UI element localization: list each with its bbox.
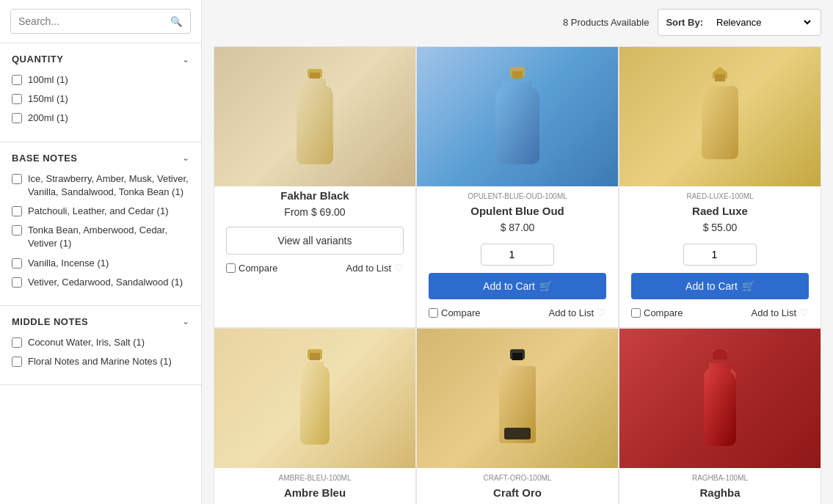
filter-checkbox-middle-notes-1[interactable] (12, 357, 22, 367)
product-card-ambre: AMBRE-BLEU-100MLAmbre Bleu$ 93.00Compare… (214, 328, 416, 504)
compare-label-fakhar: Compare (239, 263, 277, 274)
qty-input-opulent[interactable] (481, 244, 554, 266)
svg-rect-1 (310, 73, 320, 78)
filter-header-base-notes[interactable]: BASE NOTES⌄ (12, 153, 189, 164)
product-card-raed: RAED-LUXE-100MLRaed Luxe$ 55.00Add to Ca… (619, 46, 821, 328)
product-price-raed: $ 55.00 (619, 220, 821, 239)
filter-label-base-notes-4: Vetiver, Cedarwood, Sandalwood (1) (28, 276, 183, 289)
product-image-opulent (417, 47, 618, 186)
product-name-raghba: Raghba (619, 483, 821, 502)
add-to-list-button-opulent[interactable]: Add to List ♡ (549, 307, 606, 318)
cart-icon-opulent: 🛒 (539, 280, 552, 292)
chevron-icon-middle-notes: ⌄ (182, 316, 189, 326)
product-price-fakhar: From $ 69.00 (214, 205, 415, 224)
product-name-ambre: Ambre Bleu (214, 483, 415, 502)
compare-container-raed: Compare (631, 307, 683, 318)
add-to-cart-label-opulent: Add to Cart (483, 280, 535, 292)
filter-section-middle-notes: MIDDLE NOTES⌄Coconut Water, Iris, Salt (… (0, 306, 201, 385)
filter-checkbox-base-notes-2[interactable] (12, 225, 22, 235)
product-image-placeholder-raghba (619, 329, 821, 468)
filter-section-base-notes: BASE NOTES⌄Ice, Strawberry, Amber, Musk,… (0, 142, 201, 306)
compare-checkbox-raed[interactable] (631, 308, 641, 318)
svg-rect-10 (512, 353, 523, 360)
filter-checkbox-quantity-1[interactable] (12, 94, 22, 104)
filters-container: QUANTITY⌄100ml (1)150ml (1)200ml (1)BASE… (0, 43, 201, 385)
product-image-fakhar (214, 47, 415, 186)
filter-option-base-notes-1: Patchouli, Leather, and Cedar (1) (12, 205, 189, 218)
qty-container-raed (619, 239, 821, 270)
product-name-opulent: Opulent Blue Oud (417, 202, 618, 220)
compare-checkbox-opulent[interactable] (429, 308, 438, 318)
filter-option-quantity-0: 100ml (1) (12, 73, 189, 87)
compare-checkbox-fakhar[interactable] (226, 263, 236, 273)
filter-header-middle-notes[interactable]: MIDDLE NOTES⌄ (12, 316, 189, 327)
top-bar: 8 Products Available Sort By: Relevance … (214, 9, 821, 36)
product-image-placeholder-fakhar (214, 47, 415, 186)
filter-option-base-notes-3: Vanilla, Incense (1) (12, 257, 189, 270)
filter-label-quantity-2: 200ml (1) (28, 112, 68, 125)
filter-checkbox-middle-notes-0[interactable] (12, 337, 22, 348)
product-name-fakhar: Fakhar Black (214, 186, 415, 205)
add-to-cart-button-opulent[interactable]: Add to Cart🛒 (429, 273, 606, 299)
heart-icon-fakhar: ♡ (394, 262, 404, 274)
filter-label-middle-notes-0: Coconut Water, Iris, Salt (1) (28, 336, 145, 349)
products-available-label: 8 Products Available (563, 17, 650, 28)
filter-checkbox-base-notes-4[interactable] (12, 277, 22, 288)
compare-label-opulent: Compare (441, 307, 480, 318)
filter-checkbox-quantity-0[interactable] (12, 75, 22, 85)
search-box: 🔍 (10, 9, 191, 34)
filter-label-base-notes-2: Tonka Bean, Amberwood, Cedar, Vetiver (1… (28, 224, 189, 250)
filter-checkbox-base-notes-3[interactable] (12, 258, 22, 269)
add-to-list-label-raed: Add to List (752, 307, 796, 318)
qty-input-raed[interactable] (683, 244, 757, 266)
filter-header-quantity[interactable]: QUANTITY⌄ (12, 54, 189, 65)
product-image-placeholder-raed (619, 47, 821, 186)
heart-icon-opulent: ♡ (597, 307, 606, 318)
search-input[interactable] (11, 10, 163, 33)
product-name-raed: Raed Luxe (619, 202, 821, 220)
svg-rect-6 (702, 86, 738, 159)
filter-label-quantity-1: 150ml (1) (28, 92, 68, 106)
product-sku-opulent: OPULENT-BLUE-OUD-100ML (417, 186, 618, 202)
compare-label-raed: Compare (644, 307, 683, 318)
product-name-craft: Craft Oro (417, 483, 618, 502)
filter-checkbox-quantity-2[interactable] (12, 113, 22, 123)
svg-rect-8 (310, 353, 320, 360)
product-sku-craft: CRAFT-ORO-100ML (417, 468, 618, 483)
compare-container-opulent: Compare (429, 307, 480, 318)
product-price-opulent: $ 87.00 (417, 220, 618, 239)
sidebar: 🔍 QUANTITY⌄100ml (1)150ml (1)200ml (1)BA… (0, 0, 202, 504)
svg-rect-3 (512, 71, 523, 78)
search-button[interactable]: 🔍 (163, 10, 190, 33)
filter-option-base-notes-2: Tonka Bean, Amberwood, Cedar, Vetiver (1… (12, 224, 189, 250)
svg-rect-12 (504, 428, 531, 439)
product-image-raghba (619, 329, 821, 468)
filter-checkbox-base-notes-1[interactable] (12, 206, 22, 216)
cart-icon-raed: 🛒 (742, 280, 754, 292)
sort-select[interactable]: Relevance Price: Low to High Price: High… (706, 12, 813, 32)
product-footer-raed: CompareAdd to List ♡ (619, 304, 821, 318)
product-image-placeholder-ambre (214, 329, 415, 468)
add-to-list-button-fakhar[interactable]: Add to List ♡ (346, 262, 404, 274)
product-card-craft: CRAFT-ORO-100MLCraft Oro$ 75.00CompareAd… (416, 328, 619, 504)
product-footer-fakhar: CompareAdd to List ♡ (214, 259, 415, 274)
add-to-list-label-fakhar: Add to List (346, 263, 391, 274)
product-sku-ambre: AMBRE-BLEU-100ML (214, 468, 415, 483)
filter-section-quantity: QUANTITY⌄100ml (1)150ml (1)200ml (1) (0, 43, 201, 142)
filter-label-middle-notes-1: Floral Notes and Marine Notes (1) (28, 355, 172, 368)
product-image-raed (619, 47, 821, 186)
filter-title-quantity: QUANTITY (12, 54, 63, 65)
svg-rect-5 (715, 74, 725, 81)
filter-option-quantity-2: 200ml (1) (12, 112, 189, 125)
sort-by-label: Sort By: (666, 17, 703, 28)
filter-option-quantity-1: 150ml (1) (12, 92, 189, 106)
filter-checkbox-base-notes-0[interactable] (12, 174, 22, 184)
view-variants-button-fakhar[interactable]: View all variants (226, 227, 404, 255)
add-to-cart-label-raed: Add to Cart (685, 280, 738, 292)
product-card-opulent: OPULENT-BLUE-OUD-100MLOpulent Blue Oud$ … (416, 46, 619, 328)
filter-label-base-notes-1: Patchouli, Leather, and Cedar (1) (28, 205, 169, 218)
product-image-ambre (214, 329, 415, 468)
add-to-list-button-raed[interactable]: Add to List ♡ (752, 307, 809, 318)
add-to-cart-button-raed[interactable]: Add to Cart🛒 (631, 273, 809, 299)
heart-icon-raed: ♡ (799, 307, 809, 318)
